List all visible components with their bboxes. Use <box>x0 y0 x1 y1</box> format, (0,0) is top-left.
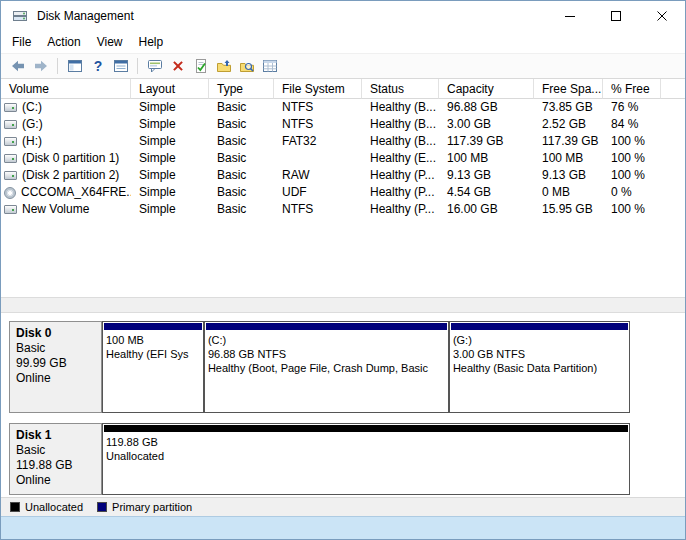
pane-splitter[interactable] <box>1 297 685 313</box>
volume-row[interactable]: CCCOMA_X64FRE...SimpleBasicUDFHealthy (P… <box>1 184 685 201</box>
volume-drive-icon <box>4 137 17 146</box>
volume-row[interactable]: New VolumeSimpleBasicNTFSHealthy (P...16… <box>1 201 685 218</box>
cell-layout: Simple <box>131 99 209 116</box>
menu-view[interactable]: View <box>89 33 131 51</box>
disk-type: Basic <box>16 341 95 356</box>
cell-volume: (Disk 2 partition 2) <box>1 167 131 184</box>
minimize-button[interactable] <box>547 1 593 31</box>
primary-color-band <box>104 323 202 330</box>
cell-free: 100 % <box>603 133 661 150</box>
volume-row[interactable]: (Disk 2 partition 2)SimpleBasicRAWHealth… <box>1 167 685 184</box>
check-document-icon[interactable] <box>189 55 212 77</box>
column-header-status[interactable]: Status <box>362 79 439 99</box>
cell-free-spa: 73.85 GB <box>534 99 603 116</box>
volume-name: New Volume <box>22 201 89 218</box>
disk-status: Online <box>16 371 95 386</box>
column-header-capacity[interactable]: Capacity <box>439 79 534 99</box>
legend-item-unallocated: Unallocated <box>10 501 83 513</box>
cell-capacity: 3.00 GB <box>439 116 534 133</box>
cell-type: Basic <box>209 201 274 218</box>
volume-name: (C:) <box>22 99 42 116</box>
title-bar[interactable]: Disk Management <box>1 1 685 31</box>
detail-view-icon[interactable] <box>258 55 281 77</box>
maximize-button[interactable] <box>593 1 639 31</box>
title-bar-drag-area[interactable] <box>134 1 547 31</box>
cell-type: Basic <box>209 167 274 184</box>
menu-help[interactable]: Help <box>131 33 172 51</box>
volume-list-pane: VolumeLayoutTypeFile SystemStatusCapacit… <box>1 79 685 297</box>
column-header-type[interactable]: Type <box>209 79 274 99</box>
status-bar <box>1 516 685 539</box>
cell-file-system: UDF <box>274 184 362 201</box>
svg-text:?: ? <box>93 58 102 74</box>
disk-header-disk-1[interactable]: Disk 1Basic119.88 GBOnline <box>9 423 102 495</box>
close-button[interactable] <box>639 1 685 31</box>
volume-row[interactable]: (H:)SimpleBasicFAT32Healthy (B...117.39 … <box>1 133 685 150</box>
menu-action[interactable]: Action <box>39 33 88 51</box>
cell-type: Basic <box>209 116 274 133</box>
cell-volume: (G:) <box>1 116 131 133</box>
cell-capacity: 96.88 GB <box>439 99 534 116</box>
menu-file[interactable]: File <box>4 33 39 51</box>
window-title: Disk Management <box>37 9 134 23</box>
help-icon[interactable]: ? <box>86 55 109 77</box>
partition-label: (C:) <box>205 333 448 347</box>
volume-table-body: (C:)SimpleBasicNTFSHealthy (B...96.88 GB… <box>1 99 685 218</box>
column-header-file-system[interactable]: File System <box>274 79 362 99</box>
column-header-free-spa[interactable]: Free Spa... <box>534 79 603 99</box>
disk-management-window: Disk Management FileActionViewHelp ? Vol… <box>0 0 686 540</box>
volume-drive-icon <box>4 205 17 214</box>
cd-drive-icon <box>4 187 16 199</box>
cell-volume: (C:) <box>1 99 131 116</box>
cell-capacity: 4.54 GB <box>439 184 534 201</box>
cell-volume: (Disk 0 partition 1) <box>1 150 131 167</box>
cell-free: 0 % <box>603 184 661 201</box>
column-header-layout[interactable]: Layout <box>131 79 209 99</box>
forward-icon[interactable] <box>29 55 52 77</box>
cell-free: 100 % <box>603 201 661 218</box>
volume-row[interactable]: (C:)SimpleBasicNTFSHealthy (B...96.88 GB… <box>1 99 685 116</box>
disk-type: Basic <box>16 443 95 458</box>
folder-search-icon[interactable] <box>235 55 258 77</box>
volume-name: (G:) <box>22 116 43 133</box>
cell-capacity: 16.00 GB <box>439 201 534 218</box>
graphical-view-pane: Disk 0Basic99.99 GBOnline100 MBHealthy (… <box>1 313 685 497</box>
disk-header-disk-0[interactable]: Disk 0Basic99.99 GBOnline <box>9 321 102 413</box>
legend-item-primary-partition: Primary partition <box>97 501 192 513</box>
partition-region[interactable]: (C:)96.88 GB NTFSHealthy (Boot, Page Fil… <box>204 321 449 413</box>
back-icon[interactable] <box>6 55 29 77</box>
cell-free-spa: 15.95 GB <box>534 201 603 218</box>
export-list-icon[interactable] <box>109 55 132 77</box>
cell-status: Healthy (P... <box>362 167 439 184</box>
disk-name: Disk 0 <box>16 326 95 341</box>
partition-label: (G:) <box>450 333 629 347</box>
disk-size: 99.99 GB <box>16 356 95 371</box>
cell-status: Healthy (B... <box>362 133 439 150</box>
primary-color-band <box>451 323 628 330</box>
cell-status: Healthy (B... <box>362 99 439 116</box>
partition-label: 96.88 GB NTFS <box>205 347 448 361</box>
legend-label: Primary partition <box>112 501 192 513</box>
volume-drive-icon <box>4 120 17 129</box>
console-tree-icon[interactable] <box>63 55 86 77</box>
cell-volume: CCCOMA_X64FRE... <box>1 184 131 201</box>
properties-icon[interactable] <box>143 55 166 77</box>
column-header-volume[interactable]: Volume <box>1 79 131 99</box>
unallocated-region[interactable]: 119.88 GBUnallocated <box>102 423 630 495</box>
cell-capacity: 9.13 GB <box>439 167 534 184</box>
toolbar-separator <box>137 58 138 74</box>
partition-region[interactable]: 100 MBHealthy (EFI Sys <box>102 321 204 413</box>
disk-name: Disk 1 <box>16 428 95 443</box>
disk-partitions: 100 MBHealthy (EFI Sys(C:)96.88 GB NTFSH… <box>102 321 630 413</box>
column-header-free[interactable]: % Free <box>603 79 661 99</box>
volume-row[interactable]: (G:)SimpleBasicNTFSHealthy (B...3.00 GB2… <box>1 116 685 133</box>
partition-region[interactable]: (G:)3.00 GB NTFSHealthy (Basic Data Part… <box>449 321 630 413</box>
volume-drive-icon <box>4 154 17 163</box>
legend-swatch <box>97 502 107 512</box>
volume-name: (Disk 2 partition 2) <box>22 167 119 184</box>
partition-label: 100 MB <box>103 333 203 347</box>
partition-label: 3.00 GB NTFS <box>450 347 629 361</box>
delete-icon[interactable] <box>166 55 189 77</box>
folder-up-icon[interactable] <box>212 55 235 77</box>
volume-row[interactable]: (Disk 0 partition 1)SimpleBasicHealthy (… <box>1 150 685 167</box>
